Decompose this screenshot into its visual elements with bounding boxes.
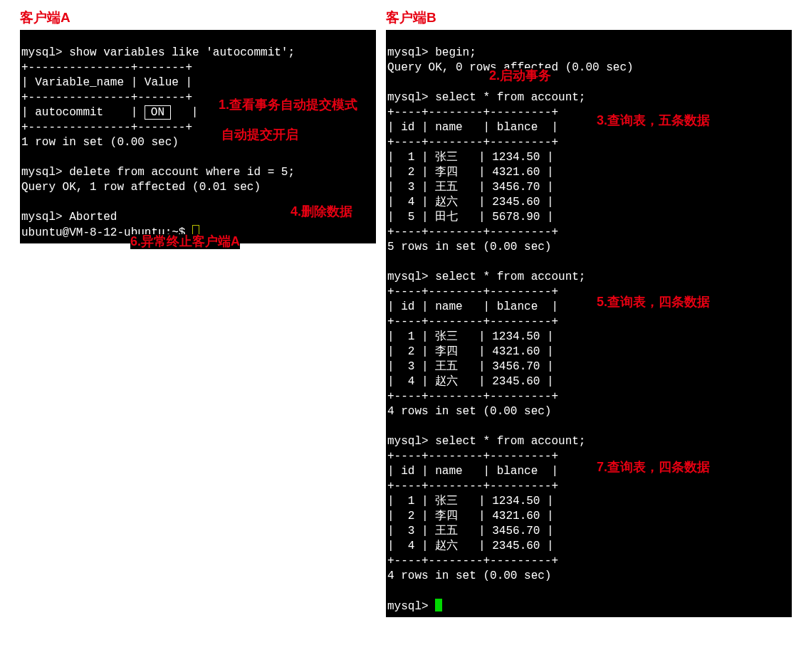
annotation-2: 自动提交开启	[221, 127, 298, 142]
a-cmd-show-vars: mysql> show variables like 'autocommit';	[21, 46, 295, 59]
b-border: +----+--------+---------+	[387, 390, 558, 403]
b-border: +----+--------+---------+	[387, 450, 558, 463]
b-border: +----+--------+---------+	[387, 136, 558, 149]
table-row: | 1 | 张三 | 1234.50 |	[387, 495, 554, 508]
a-aborted: mysql> Aborted	[21, 211, 117, 224]
annotation-b2: 2.启动事务	[489, 68, 551, 83]
a-rows-msg: 1 row in set (0.00 sec)	[21, 136, 179, 149]
table-row: | 4 | 赵六 | 2345.60 |	[387, 375, 554, 388]
annotation-6: 6.异常终止客户端A	[130, 234, 240, 249]
b-border: +----+--------+---------+	[387, 226, 558, 238]
a-sep2: +---------------+-------+	[21, 91, 192, 104]
b-border: +----+--------+---------+	[387, 315, 558, 328]
table-row: | 1 | 张三 | 1234.50 |	[387, 330, 554, 343]
table-row: | 2 | 李四 | 4321.60 |	[387, 510, 554, 523]
b-border: +----+--------+---------+	[387, 285, 558, 298]
terminal-b[interactable]: mysql> begin;2.启动事务 Query OK, 0 rows aff…	[386, 30, 792, 617]
annotation-b3: 3.查询表，五条数据	[597, 113, 710, 128]
b-header: | id | name | blance |	[387, 121, 558, 134]
b-header: | id | name | blance |	[387, 465, 558, 478]
table-row: | 4 | 赵六 | 2345.60 |	[387, 196, 554, 209]
client-a-title: 客户端A	[20, 9, 376, 27]
b-border: +----+--------+---------+	[387, 480, 558, 493]
b-rows4-msg2: 4 rows in set (0.00 sec)	[387, 569, 551, 582]
b-border: +----+--------+---------+	[387, 555, 558, 567]
a-delete-ok: Query OK, 1 row affected (0.01 sec)	[21, 181, 261, 194]
annotation-b7: 7.查询表，四条数据	[597, 460, 710, 475]
b-rows5-msg: 5 rows in set (0.00 sec)	[387, 241, 551, 253]
b-select-2: mysql> select * from account;	[387, 271, 585, 283]
a-cmd-delete: mysql> delete from account where id = 5;	[21, 166, 295, 179]
a-header-row: | Variable_name | Value |	[21, 76, 192, 89]
terminal-a[interactable]: mysql> show variables like 'autocommit';…	[20, 30, 376, 243]
client-b-column: 客户端B mysql> begin;2.启动事务 Query OK, 0 row…	[386, 9, 792, 617]
table-row: | 3 | 王五 | 3456.70 |	[387, 525, 554, 537]
client-a-column: 客户端A mysql> show variables like 'autocom…	[20, 9, 376, 243]
autocommit-value-box: ON	[145, 105, 171, 120]
table-row: | 1 | 张三 | 1234.50 |	[387, 151, 554, 164]
a-autocommit-row-left: | autocommit |	[21, 106, 137, 119]
table-row: | 4 | 赵六 | 2345.60 |	[387, 540, 554, 552]
table-row: | 2 | 李四 | 4321.60 |	[387, 166, 554, 179]
annotation-b5: 5.查询表，四条数据	[597, 295, 710, 310]
table-row: | 5 | 田七 | 5678.90 |	[387, 211, 554, 224]
b-select-3: mysql> select * from account;	[387, 435, 585, 448]
b-select-1: mysql> select * from account;	[387, 91, 585, 104]
annotation-4: 4.删除数据	[291, 204, 352, 219]
a-sep3: +---------------+-------+	[21, 121, 192, 134]
table-row: | 2 | 李四 | 4321.60 |	[387, 345, 554, 358]
cursor-icon	[435, 599, 442, 611]
table-row: | 3 | 王五 | 3456.70 |	[387, 181, 554, 194]
b-header: | id | name | blance |	[387, 300, 558, 313]
b-border: +----+--------+---------+	[387, 106, 558, 119]
a-sep: +---------------+-------+	[21, 61, 192, 74]
two-column-layout: 客户端A mysql> show variables like 'autocom…	[20, 9, 791, 617]
table-row: | 3 | 王五 | 3456.70 |	[387, 360, 554, 373]
client-b-title: 客户端B	[386, 9, 792, 27]
a-row-end: |	[192, 106, 199, 119]
b-prompt-end: mysql>	[387, 600, 435, 613]
b-cmd-begin: mysql> begin;	[387, 46, 476, 59]
annotation-1: 1.查看事务自动提交模式	[219, 98, 357, 112]
b-rows4-msg: 4 rows in set (0.00 sec)	[387, 405, 551, 418]
